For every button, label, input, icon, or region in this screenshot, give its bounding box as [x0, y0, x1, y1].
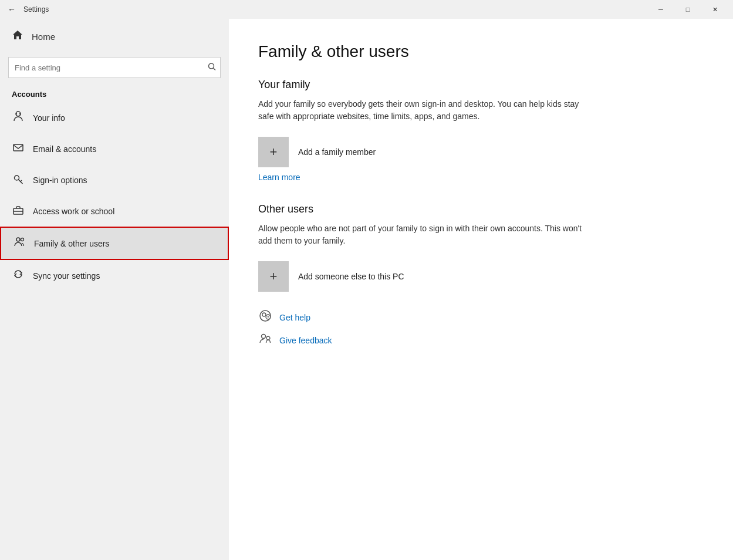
- sidebar-item-label: Access work or school: [33, 207, 114, 216]
- sync-icon: [12, 268, 25, 283]
- sidebar-item-sign-in-options[interactable]: Sign-in options: [0, 164, 229, 195]
- sidebar-item-label: Sign-in options: [33, 176, 87, 185]
- minimize-button[interactable]: ─: [647, 0, 674, 19]
- app-body: Home Accounts: [0, 19, 733, 560]
- svg-point-18: [266, 336, 270, 340]
- sidebar-home[interactable]: Home: [0, 19, 229, 55]
- svg-point-17: [262, 335, 266, 339]
- title-bar: ← Settings ─ □ ✕: [0, 0, 733, 19]
- back-button[interactable]: ←: [5, 2, 19, 16]
- svg-rect-7: [13, 144, 23, 151]
- plus-icon: +: [270, 144, 278, 160]
- app-title: Settings: [23, 5, 49, 14]
- help-section: ? Get help Give feedback: [258, 309, 704, 348]
- home-icon: [12, 29, 23, 44]
- sidebar-item-label: Family & other users: [34, 239, 109, 248]
- page-title: Family & other users: [258, 42, 704, 61]
- sidebar-section-label: Accounts: [0, 85, 229, 102]
- search-input[interactable]: [8, 57, 221, 78]
- svg-text:?: ?: [267, 315, 269, 319]
- person-icon: [12, 110, 25, 125]
- plus-icon: +: [270, 269, 278, 284]
- add-family-member-row: + Add a family member: [258, 137, 704, 167]
- window-controls: ─ □ ✕: [647, 0, 728, 19]
- family-section-desc: Add your family so everybody gets their …: [258, 98, 587, 123]
- svg-point-12: [21, 238, 24, 241]
- add-other-user-label: Add someone else to this PC: [298, 272, 404, 281]
- sidebar-item-family-users[interactable]: Family & other users: [0, 227, 229, 260]
- learn-more-link[interactable]: Learn more: [258, 173, 300, 182]
- email-icon: [12, 141, 25, 156]
- sidebar-item-label: Your info: [33, 113, 65, 123]
- add-other-user-button[interactable]: +: [258, 261, 289, 292]
- get-help-icon: ?: [258, 309, 272, 325]
- other-users-section: Other users Allow people who are not par…: [258, 203, 704, 292]
- other-users-desc: Allow people who are not part of your fa…: [258, 222, 587, 247]
- close-button[interactable]: ✕: [701, 0, 728, 19]
- svg-point-0: [209, 63, 214, 69]
- search-box: [8, 57, 221, 78]
- give-feedback-item[interactable]: Give feedback: [258, 332, 704, 348]
- sidebar-item-email-accounts[interactable]: Email & accounts: [0, 133, 229, 164]
- content-area: Family & other users Your family Add you…: [229, 19, 733, 560]
- sidebar-item-your-info[interactable]: Your info: [0, 102, 229, 133]
- sidebar-item-label: Sync your settings: [33, 271, 100, 281]
- sidebar-item-label: Email & accounts: [33, 144, 96, 154]
- family-section-title: Your family: [258, 79, 704, 91]
- family-section: Your family Add your family so everybody…: [258, 79, 704, 203]
- add-family-member-button[interactable]: +: [258, 137, 289, 167]
- svg-line-1: [214, 68, 216, 70]
- get-help-item[interactable]: ? Get help: [258, 309, 704, 325]
- briefcase-icon: [12, 204, 25, 218]
- svg-point-11: [16, 238, 20, 241]
- sidebar: Home Accounts: [0, 19, 229, 560]
- search-icon: [208, 63, 216, 73]
- other-users-title: Other users: [258, 203, 704, 215]
- key-icon: [12, 173, 25, 187]
- home-label: Home: [32, 32, 55, 42]
- get-help-link[interactable]: Get help: [279, 313, 310, 322]
- svg-point-8: [15, 176, 19, 180]
- svg-point-14: [262, 313, 266, 316]
- people-icon: [13, 236, 26, 251]
- maximize-button[interactable]: □: [674, 0, 701, 19]
- give-feedback-icon: [258, 332, 272, 348]
- add-family-member-label: Add a family member: [298, 147, 376, 157]
- sidebar-item-sync-settings[interactable]: Sync your settings: [0, 260, 229, 291]
- add-other-user-row: + Add someone else to this PC: [258, 261, 704, 292]
- sidebar-item-access-work[interactable]: Access work or school: [0, 195, 229, 227]
- give-feedback-link[interactable]: Give feedback: [279, 336, 332, 345]
